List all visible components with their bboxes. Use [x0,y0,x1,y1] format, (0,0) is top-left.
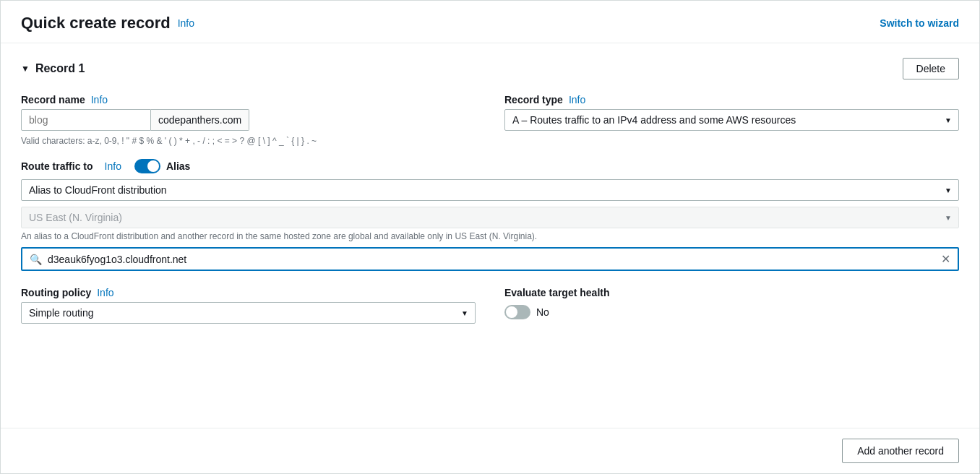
record-header: ▼ Record 1 Delete [21,58,959,79]
route-traffic-section: Route traffic to Info Alias Alias [21,159,959,271]
delete-button[interactable]: Delete [903,58,959,79]
evaluate-health-value-label: No [536,306,549,318]
clear-icon[interactable]: ✕ [941,252,950,266]
evaluate-health-toggle[interactable] [504,305,530,319]
evaluate-health-field: Evaluate target health No [504,287,959,324]
record-type-info-link[interactable]: Info [569,94,585,105]
switch-wizard-link[interactable]: Switch to wizard [880,17,959,29]
region-row: US East (N. Virginia) [21,207,959,228]
record-name-input[interactable] [21,109,151,131]
record-type-select[interactable]: A – Routes traffic to an IPv4 address an… [504,109,959,131]
add-record-button[interactable]: Add another record [842,439,959,463]
record-title: Record 1 [35,62,85,75]
collapse-icon[interactable]: ▼ [21,64,30,74]
alias-toggle-slider [134,159,160,173]
record-name-label-text: Record name [21,94,85,105]
record-name-input-row: codepanthers.com [21,109,476,131]
routing-policy-info-link[interactable]: Info [97,287,113,298]
evaluate-health-label-row: Evaluate target health [504,287,959,298]
record-name-field: Record name Info codepanthers.com Valid … [21,94,476,146]
routing-policy-label: Routing policy Info [21,287,476,298]
routing-policy-select[interactable]: Simple routing Failover Geolocation Geop… [21,302,476,324]
bottom-section: Routing policy Info Simple routing Failo… [21,287,959,324]
main-content: ▼ Record 1 Delete Record name Info codep… [1,43,979,382]
search-icon: 🔍 [30,254,42,265]
page-footer: Add another record [1,428,979,473]
region-wrapper: US East (N. Virginia) [21,207,959,228]
alias-toggle-container: Alias [134,159,190,173]
alias-target-select[interactable]: Alias to CloudFront distribution Alias t… [21,179,959,201]
alias-target-row: Alias to CloudFront distribution Alias t… [21,179,959,201]
cloudfront-search-input[interactable] [48,254,935,265]
alias-toggle-label: Alias [166,160,190,172]
routing-policy-field: Routing policy Info Simple routing Failo… [21,287,476,324]
domain-suffix: codepanthers.com [151,109,249,131]
page-header: Quick create record Info Switch to wizar… [1,1,979,43]
evaluate-health-label-text: Evaluate target health [504,287,610,298]
alias-target-select-wrapper: Alias to CloudFront distribution Alias t… [21,179,959,201]
form-grid-top: Record name Info codepanthers.com Valid … [21,94,959,146]
record-name-hint: Valid characters: a-z, 0-9, ! " # $ % & … [21,136,476,146]
alias-hint: An alias to a CloudFront distribution an… [21,231,959,241]
region-select: US East (N. Virginia) [21,207,959,228]
record-type-select-wrapper: A – Routes traffic to an IPv4 address an… [504,109,959,131]
record-name-info-link[interactable]: Info [91,94,108,105]
page-header-left: Quick create record Info [21,14,194,33]
evaluate-row: No [504,305,959,319]
record-section: ▼ Record 1 Delete Record name Info codep… [21,58,959,324]
record-name-label: Record name Info [21,94,476,105]
record-type-label: Record type Info [504,94,959,105]
routing-policy-label-text: Routing policy [21,287,91,298]
record-title-left: ▼ Record 1 [21,62,85,75]
page-title: Quick create record [21,14,171,33]
alias-toggle[interactable] [134,159,160,173]
record-type-field: Record type Info A – Routes traffic to a… [504,94,959,146]
route-traffic-label-text: Route traffic to [21,160,93,172]
header-info-link[interactable]: Info [178,17,194,29]
evaluate-health-toggle-slider [504,305,530,319]
record-type-label-text: Record type [504,94,563,105]
route-traffic-info-link[interactable]: Info [105,160,121,172]
page-container: Quick create record Info Switch to wizar… [0,0,980,474]
routing-policy-select-wrapper: Simple routing Failover Geolocation Geop… [21,302,476,324]
cloudfront-search-row: 🔍 ✕ [21,247,959,271]
route-traffic-label-row: Route traffic to Info Alias [21,159,959,173]
